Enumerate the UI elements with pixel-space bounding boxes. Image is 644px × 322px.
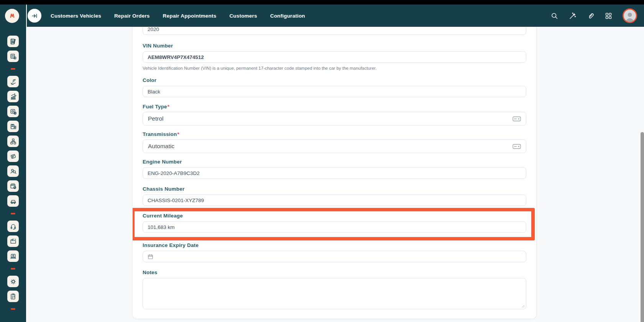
chassis-number-input[interactable]: CHASSIS-0201-XYZ789 xyxy=(143,195,526,206)
year-input[interactable]: 2020 xyxy=(143,27,526,35)
sidebar-item-reports[interactable] xyxy=(7,91,19,102)
sidebar xyxy=(0,27,26,322)
vin-input[interactable]: AEM8WRV4P7X474512 xyxy=(143,51,526,63)
sidebar-separator xyxy=(11,308,15,310)
field-fuel-type: Fuel Type* Petrol xyxy=(143,104,526,126)
scale-icon xyxy=(10,108,17,115)
journal-book-icon xyxy=(10,38,17,45)
fuel-type-label: Fuel Type* xyxy=(143,104,526,110)
collapse-sidebar-button[interactable] xyxy=(28,9,41,23)
settings-gear-icon xyxy=(10,278,17,285)
year-value: 2020 xyxy=(148,27,159,32)
apps-grid-icon xyxy=(605,12,612,20)
sidebar-item-kiosk[interactable] xyxy=(7,250,19,262)
nav-item-configuration[interactable]: Configuration xyxy=(270,13,305,19)
insurance-expiry-label: Insurance Expiry Date xyxy=(143,242,526,248)
insurance-expiry-input[interactable] xyxy=(143,251,526,262)
current-mileage-value: 101,683 km xyxy=(148,224,175,230)
required-marker: * xyxy=(177,131,179,137)
color-input[interactable]: Black xyxy=(143,86,526,97)
engine-number-input[interactable]: ENG-2020-A7B9C3D2 xyxy=(143,167,526,179)
checklist-icon xyxy=(10,293,17,300)
field-chassis-number: Chassis Number CHASSIS-0201-XYZ789 xyxy=(143,186,526,206)
field-vin: VIN Number AEM8WRV4P7X474512 Vehicle Ide… xyxy=(143,43,526,71)
field-current-mileage: Current Mileage 101,683 km xyxy=(143,213,526,233)
color-label: Color xyxy=(143,77,526,83)
field-year: 2020 xyxy=(143,27,526,35)
scrollbar[interactable] xyxy=(641,132,644,322)
sidebar-item-documents[interactable] xyxy=(7,235,19,247)
field-engine-number: Engine Number ENG-2020-A7B9C3D2 xyxy=(143,159,526,179)
fuel-type-select[interactable]: Petrol xyxy=(143,112,526,126)
paperclip-button[interactable] xyxy=(587,12,595,20)
packages-icon xyxy=(10,138,17,145)
field-insurance-expiry: Insurance Expiry Date xyxy=(143,242,526,262)
headset-icon xyxy=(10,223,17,230)
person-silhouette-icon xyxy=(624,10,636,22)
window-top-strip xyxy=(0,0,644,5)
search-icon xyxy=(551,12,558,20)
search-button[interactable] xyxy=(551,12,558,20)
nav-item-repair-orders[interactable]: Repair Orders xyxy=(114,13,150,19)
vin-value: AEM8WRV4P7X474512 xyxy=(148,54,204,60)
sidebar-separator xyxy=(11,68,15,70)
sidebar-item-vehicles[interactable] xyxy=(7,195,19,207)
current-mileage-input[interactable]: 101,683 km xyxy=(143,221,526,233)
sidebar-item-payments[interactable] xyxy=(7,150,19,162)
sidebar-item-inventory[interactable] xyxy=(7,136,19,147)
nav-item-repair-appointments[interactable]: Repair Appointments xyxy=(163,13,217,19)
user-avatar[interactable] xyxy=(623,8,637,23)
navbar-left: Customers Vehicles Repair Orders Repair … xyxy=(0,9,551,23)
paperclip-icon xyxy=(587,12,595,20)
car-icon xyxy=(10,198,17,205)
logo-icon xyxy=(8,12,16,19)
vin-label: VIN Number xyxy=(143,43,526,49)
transmission-label: Transmission* xyxy=(143,131,526,137)
field-color: Color Black xyxy=(143,77,526,97)
sidebar-item-journal[interactable] xyxy=(7,36,19,47)
apps-grid-button[interactable] xyxy=(605,12,612,20)
color-value: Black xyxy=(148,89,160,95)
vin-help-text: Vehicle Identification Number (VIN) is a… xyxy=(143,66,526,71)
nav-item-customers[interactable]: Customers xyxy=(229,13,257,19)
sidebar-item-settings[interactable] xyxy=(7,276,19,287)
laptop-icon xyxy=(10,253,17,260)
sidebar-divider xyxy=(26,5,27,322)
sidebar-separator xyxy=(11,213,15,214)
select-field-icon xyxy=(513,116,521,121)
growth-chart-icon xyxy=(10,93,17,100)
fuel-type-value: Petrol xyxy=(148,115,164,122)
required-marker: * xyxy=(168,104,169,110)
app-logo xyxy=(5,9,19,23)
card-reader-icon xyxy=(10,153,17,160)
calendar-check-icon xyxy=(10,183,17,190)
magic-wand-button[interactable] xyxy=(568,12,577,20)
notes-textarea[interactable] xyxy=(143,278,526,309)
engine-number-label: Engine Number xyxy=(143,159,526,165)
sidebar-item-services[interactable] xyxy=(7,76,19,87)
notes-label: Notes xyxy=(143,270,526,276)
select-field-icon xyxy=(513,144,521,149)
sidebar-separator xyxy=(11,268,15,270)
transmission-select[interactable]: Automatic xyxy=(143,139,526,153)
sidebar-item-appointments[interactable] xyxy=(7,180,19,192)
magic-wand-icon xyxy=(568,12,577,20)
field-notes: Notes xyxy=(143,270,526,309)
sidebar-item-support[interactable] xyxy=(7,221,19,232)
engine-number-value: ENG-2020-A7B9C3D2 xyxy=(148,170,200,176)
sidebar-item-worklist[interactable] xyxy=(7,291,19,302)
sidebar-item-customer-search[interactable] xyxy=(7,165,19,177)
sidebar-item-estimates[interactable] xyxy=(7,121,19,132)
field-transmission: Transmission* Automatic xyxy=(143,131,526,153)
current-mileage-label: Current Mileage xyxy=(143,213,526,219)
collapse-arrow-icon xyxy=(31,13,38,19)
folder-documents-icon xyxy=(10,238,17,245)
sidebar-item-measurements[interactable] xyxy=(7,106,19,117)
sidebar-item-accounting[interactable] xyxy=(7,51,19,62)
nav-item-customers-vehicles[interactable]: Customers Vehicles xyxy=(51,13,101,19)
top-navbar: Customers Vehicles Repair Orders Repair … xyxy=(0,5,644,27)
hand-service-icon xyxy=(10,78,17,85)
resize-handle-icon[interactable] xyxy=(521,304,525,308)
main-nav: Customers Vehicles Repair Orders Repair … xyxy=(51,13,305,19)
calculator-icon xyxy=(10,53,17,60)
